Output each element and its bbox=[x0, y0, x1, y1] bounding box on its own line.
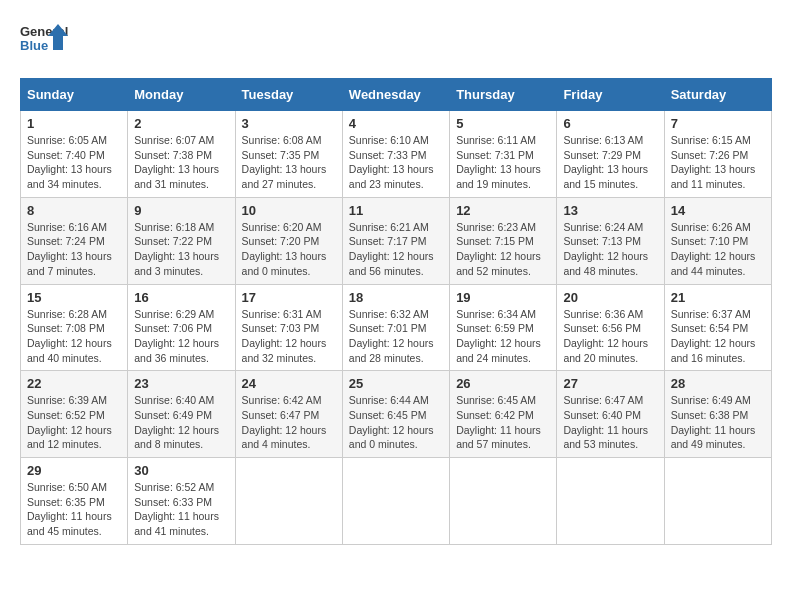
day-cell bbox=[342, 458, 449, 545]
day-detail: Sunrise: 6:34 AMSunset: 6:59 PMDaylight:… bbox=[456, 307, 550, 366]
day-cell: 7 Sunrise: 6:15 AMSunset: 7:26 PMDayligh… bbox=[664, 111, 771, 198]
day-cell: 26 Sunrise: 6:45 AMSunset: 6:42 PMDaylig… bbox=[450, 371, 557, 458]
day-detail: Sunrise: 6:44 AMSunset: 6:45 PMDaylight:… bbox=[349, 393, 443, 452]
day-cell: 19 Sunrise: 6:34 AMSunset: 6:59 PMDaylig… bbox=[450, 284, 557, 371]
day-detail: Sunrise: 6:16 AMSunset: 7:24 PMDaylight:… bbox=[27, 220, 121, 279]
day-cell: 12 Sunrise: 6:23 AMSunset: 7:15 PMDaylig… bbox=[450, 197, 557, 284]
weekday-header-thursday: Thursday bbox=[450, 79, 557, 111]
day-number: 15 bbox=[27, 290, 121, 305]
day-detail: Sunrise: 6:15 AMSunset: 7:26 PMDaylight:… bbox=[671, 133, 765, 192]
day-detail: Sunrise: 6:50 AMSunset: 6:35 PMDaylight:… bbox=[27, 480, 121, 539]
day-detail: Sunrise: 6:47 AMSunset: 6:40 PMDaylight:… bbox=[563, 393, 657, 452]
day-cell bbox=[557, 458, 664, 545]
header: GeneralBlue bbox=[20, 20, 772, 62]
weekday-header-wednesday: Wednesday bbox=[342, 79, 449, 111]
weekday-header-saturday: Saturday bbox=[664, 79, 771, 111]
day-number: 14 bbox=[671, 203, 765, 218]
day-cell: 5 Sunrise: 6:11 AMSunset: 7:31 PMDayligh… bbox=[450, 111, 557, 198]
day-detail: Sunrise: 6:26 AMSunset: 7:10 PMDaylight:… bbox=[671, 220, 765, 279]
day-number: 25 bbox=[349, 376, 443, 391]
day-detail: Sunrise: 6:36 AMSunset: 6:56 PMDaylight:… bbox=[563, 307, 657, 366]
day-detail: Sunrise: 6:49 AMSunset: 6:38 PMDaylight:… bbox=[671, 393, 765, 452]
day-detail: Sunrise: 6:42 AMSunset: 6:47 PMDaylight:… bbox=[242, 393, 336, 452]
weekday-header-friday: Friday bbox=[557, 79, 664, 111]
day-cell: 11 Sunrise: 6:21 AMSunset: 7:17 PMDaylig… bbox=[342, 197, 449, 284]
day-cell: 24 Sunrise: 6:42 AMSunset: 6:47 PMDaylig… bbox=[235, 371, 342, 458]
day-cell: 4 Sunrise: 6:10 AMSunset: 7:33 PMDayligh… bbox=[342, 111, 449, 198]
day-number: 13 bbox=[563, 203, 657, 218]
week-row-4: 22 Sunrise: 6:39 AMSunset: 6:52 PMDaylig… bbox=[21, 371, 772, 458]
day-detail: Sunrise: 6:18 AMSunset: 7:22 PMDaylight:… bbox=[134, 220, 228, 279]
day-detail: Sunrise: 6:07 AMSunset: 7:38 PMDaylight:… bbox=[134, 133, 228, 192]
day-cell: 1 Sunrise: 6:05 AMSunset: 7:40 PMDayligh… bbox=[21, 111, 128, 198]
day-cell: 20 Sunrise: 6:36 AMSunset: 6:56 PMDaylig… bbox=[557, 284, 664, 371]
day-cell: 14 Sunrise: 6:26 AMSunset: 7:10 PMDaylig… bbox=[664, 197, 771, 284]
day-detail: Sunrise: 6:28 AMSunset: 7:08 PMDaylight:… bbox=[27, 307, 121, 366]
day-cell: 28 Sunrise: 6:49 AMSunset: 6:38 PMDaylig… bbox=[664, 371, 771, 458]
day-number: 26 bbox=[456, 376, 550, 391]
day-number: 9 bbox=[134, 203, 228, 218]
day-detail: Sunrise: 6:13 AMSunset: 7:29 PMDaylight:… bbox=[563, 133, 657, 192]
day-number: 16 bbox=[134, 290, 228, 305]
day-cell: 9 Sunrise: 6:18 AMSunset: 7:22 PMDayligh… bbox=[128, 197, 235, 284]
day-cell: 13 Sunrise: 6:24 AMSunset: 7:13 PMDaylig… bbox=[557, 197, 664, 284]
day-number: 18 bbox=[349, 290, 443, 305]
calendar-table: SundayMondayTuesdayWednesdayThursdayFrid… bbox=[20, 78, 772, 545]
day-cell: 17 Sunrise: 6:31 AMSunset: 7:03 PMDaylig… bbox=[235, 284, 342, 371]
day-detail: Sunrise: 6:37 AMSunset: 6:54 PMDaylight:… bbox=[671, 307, 765, 366]
day-number: 1 bbox=[27, 116, 121, 131]
day-number: 22 bbox=[27, 376, 121, 391]
day-detail: Sunrise: 6:05 AMSunset: 7:40 PMDaylight:… bbox=[27, 133, 121, 192]
day-cell: 16 Sunrise: 6:29 AMSunset: 7:06 PMDaylig… bbox=[128, 284, 235, 371]
day-detail: Sunrise: 6:24 AMSunset: 7:13 PMDaylight:… bbox=[563, 220, 657, 279]
day-number: 11 bbox=[349, 203, 443, 218]
day-cell: 30 Sunrise: 6:52 AMSunset: 6:33 PMDaylig… bbox=[128, 458, 235, 545]
day-detail: Sunrise: 6:52 AMSunset: 6:33 PMDaylight:… bbox=[134, 480, 228, 539]
day-number: 28 bbox=[671, 376, 765, 391]
day-number: 20 bbox=[563, 290, 657, 305]
day-detail: Sunrise: 6:08 AMSunset: 7:35 PMDaylight:… bbox=[242, 133, 336, 192]
day-number: 17 bbox=[242, 290, 336, 305]
week-row-1: 1 Sunrise: 6:05 AMSunset: 7:40 PMDayligh… bbox=[21, 111, 772, 198]
svg-text:Blue: Blue bbox=[20, 38, 48, 53]
day-cell bbox=[235, 458, 342, 545]
day-cell: 6 Sunrise: 6:13 AMSunset: 7:29 PMDayligh… bbox=[557, 111, 664, 198]
day-cell: 15 Sunrise: 6:28 AMSunset: 7:08 PMDaylig… bbox=[21, 284, 128, 371]
day-number: 6 bbox=[563, 116, 657, 131]
day-number: 7 bbox=[671, 116, 765, 131]
day-cell: 29 Sunrise: 6:50 AMSunset: 6:35 PMDaylig… bbox=[21, 458, 128, 545]
day-cell: 21 Sunrise: 6:37 AMSunset: 6:54 PMDaylig… bbox=[664, 284, 771, 371]
day-number: 24 bbox=[242, 376, 336, 391]
day-number: 5 bbox=[456, 116, 550, 131]
logo: GeneralBlue bbox=[20, 20, 70, 62]
day-detail: Sunrise: 6:39 AMSunset: 6:52 PMDaylight:… bbox=[27, 393, 121, 452]
day-number: 4 bbox=[349, 116, 443, 131]
week-row-2: 8 Sunrise: 6:16 AMSunset: 7:24 PMDayligh… bbox=[21, 197, 772, 284]
day-detail: Sunrise: 6:40 AMSunset: 6:49 PMDaylight:… bbox=[134, 393, 228, 452]
week-row-3: 15 Sunrise: 6:28 AMSunset: 7:08 PMDaylig… bbox=[21, 284, 772, 371]
day-number: 27 bbox=[563, 376, 657, 391]
day-detail: Sunrise: 6:10 AMSunset: 7:33 PMDaylight:… bbox=[349, 133, 443, 192]
day-number: 29 bbox=[27, 463, 121, 478]
day-cell bbox=[450, 458, 557, 545]
logo-svg: GeneralBlue bbox=[20, 20, 70, 62]
day-cell: 10 Sunrise: 6:20 AMSunset: 7:20 PMDaylig… bbox=[235, 197, 342, 284]
weekday-header-sunday: Sunday bbox=[21, 79, 128, 111]
day-cell: 25 Sunrise: 6:44 AMSunset: 6:45 PMDaylig… bbox=[342, 371, 449, 458]
day-detail: Sunrise: 6:21 AMSunset: 7:17 PMDaylight:… bbox=[349, 220, 443, 279]
day-number: 12 bbox=[456, 203, 550, 218]
day-cell: 18 Sunrise: 6:32 AMSunset: 7:01 PMDaylig… bbox=[342, 284, 449, 371]
day-number: 3 bbox=[242, 116, 336, 131]
day-detail: Sunrise: 6:31 AMSunset: 7:03 PMDaylight:… bbox=[242, 307, 336, 366]
weekday-header-monday: Monday bbox=[128, 79, 235, 111]
day-cell: 27 Sunrise: 6:47 AMSunset: 6:40 PMDaylig… bbox=[557, 371, 664, 458]
day-number: 23 bbox=[134, 376, 228, 391]
day-number: 21 bbox=[671, 290, 765, 305]
day-cell: 22 Sunrise: 6:39 AMSunset: 6:52 PMDaylig… bbox=[21, 371, 128, 458]
day-number: 10 bbox=[242, 203, 336, 218]
day-number: 8 bbox=[27, 203, 121, 218]
day-cell: 2 Sunrise: 6:07 AMSunset: 7:38 PMDayligh… bbox=[128, 111, 235, 198]
day-cell: 23 Sunrise: 6:40 AMSunset: 6:49 PMDaylig… bbox=[128, 371, 235, 458]
day-number: 30 bbox=[134, 463, 228, 478]
day-cell: 3 Sunrise: 6:08 AMSunset: 7:35 PMDayligh… bbox=[235, 111, 342, 198]
